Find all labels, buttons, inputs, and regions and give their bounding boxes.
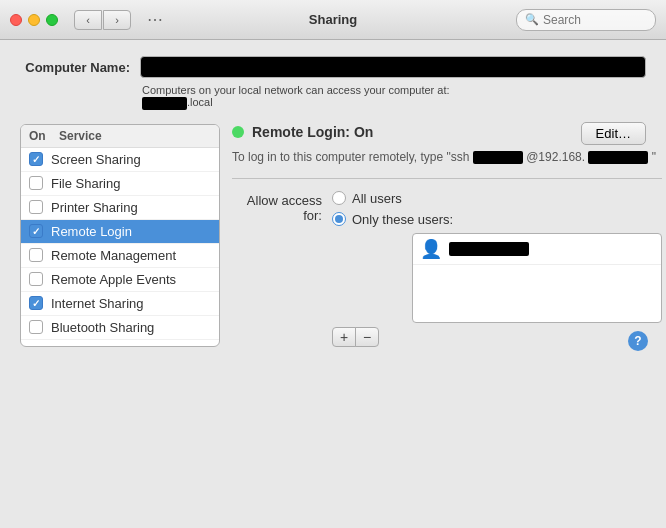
service-checkbox[interactable] <box>29 248 43 262</box>
service-name: Remote Management <box>51 248 176 263</box>
list-actions: + − <box>332 327 662 347</box>
service-name: Remote Login <box>51 224 132 239</box>
service-checkbox[interactable] <box>29 176 43 190</box>
user-avatar-icon: 👤 <box>421 239 441 259</box>
services-list: Screen SharingFile SharingPrinter Sharin… <box>21 148 219 340</box>
search-box[interactable]: 🔍 <box>516 9 656 31</box>
status-desc: To log in to this computer remotely, typ… <box>232 148 662 166</box>
only-these-radio[interactable] <box>332 212 346 226</box>
remove-user-button[interactable]: − <box>355 327 379 347</box>
service-row[interactable]: Remote Management <box>21 244 219 268</box>
username-redacted <box>473 151 523 164</box>
col-on-header: On <box>29 129 59 143</box>
services-panel: On Service Screen SharingFile SharingPri… <box>20 124 220 347</box>
service-row[interactable]: Screen Sharing <box>21 148 219 172</box>
titlebar: ‹ › ⋯ Sharing 🔍 <box>0 0 666 40</box>
search-input[interactable] <box>543 13 647 27</box>
service-name: Internet Sharing <box>51 296 144 311</box>
only-these-label: Only these users: <box>352 212 453 227</box>
help-button[interactable]: ? <box>628 331 648 351</box>
service-row[interactable]: Remote Login <box>21 220 219 244</box>
service-checkbox[interactable] <box>29 200 43 214</box>
services-header: On Service <box>21 125 219 148</box>
add-user-button[interactable]: + <box>332 327 356 347</box>
service-name: Bluetooth Sharing <box>51 320 154 335</box>
divider <box>232 178 662 179</box>
minimize-button[interactable] <box>28 14 40 26</box>
allow-access-label: Allow access for: <box>232 191 332 223</box>
radio-group: All users Only these users: 👤 <box>332 191 662 347</box>
computer-name-input[interactable] <box>140 56 646 78</box>
service-name: File Sharing <box>51 176 120 191</box>
forward-button[interactable]: › <box>103 10 131 30</box>
only-these-users-radio-row[interactable]: Only these users: <box>332 212 662 227</box>
service-row[interactable]: Printer Sharing <box>21 196 219 220</box>
grid-icon[interactable]: ⋯ <box>147 10 163 29</box>
service-checkbox[interactable] <box>29 224 43 238</box>
user-row: 👤 <box>413 234 661 265</box>
search-icon: 🔍 <box>525 13 539 26</box>
service-checkbox[interactable] <box>29 296 43 310</box>
status-text: Remote Login: On <box>252 124 373 140</box>
status-dot <box>232 126 244 138</box>
col-service-header: Service <box>59 129 102 143</box>
traffic-lights <box>10 14 58 26</box>
close-button[interactable] <box>10 14 22 26</box>
computer-name-label: Computer Name: <box>20 60 130 75</box>
maximize-button[interactable] <box>46 14 58 26</box>
service-name: Remote Apple Events <box>51 272 176 287</box>
service-checkbox[interactable] <box>29 152 43 166</box>
ip-redacted <box>588 151 648 164</box>
window-title: Sharing <box>309 12 357 27</box>
nav-buttons: ‹ › <box>74 10 131 30</box>
all-users-radio[interactable] <box>332 191 346 205</box>
detail-panel: Remote Login: On To log in to this compu… <box>232 124 662 347</box>
service-checkbox[interactable] <box>29 320 43 334</box>
content-area: On Service Screen SharingFile SharingPri… <box>20 124 646 347</box>
user-name-redacted <box>449 242 529 256</box>
edit-button[interactable]: Edit… <box>581 122 646 145</box>
service-name: Printer Sharing <box>51 200 138 215</box>
computer-name-sub: Computers on your local network can acce… <box>142 84 646 110</box>
users-list-container: 👤 <box>412 233 662 323</box>
service-row[interactable]: Bluetooth Sharing <box>21 316 219 340</box>
allow-access-container: Allow access for: All users Only these u… <box>232 191 662 347</box>
all-users-label: All users <box>352 191 402 206</box>
service-row[interactable]: Remote Apple Events <box>21 268 219 292</box>
service-name: Screen Sharing <box>51 152 141 167</box>
back-button[interactable]: ‹ <box>74 10 102 30</box>
local-name-redacted <box>142 97 187 110</box>
service-row[interactable]: Internet Sharing <box>21 292 219 316</box>
service-checkbox[interactable] <box>29 272 43 286</box>
computer-name-row: Computer Name: <box>20 56 646 78</box>
service-row[interactable]: File Sharing <box>21 172 219 196</box>
all-users-radio-row[interactable]: All users <box>332 191 662 206</box>
